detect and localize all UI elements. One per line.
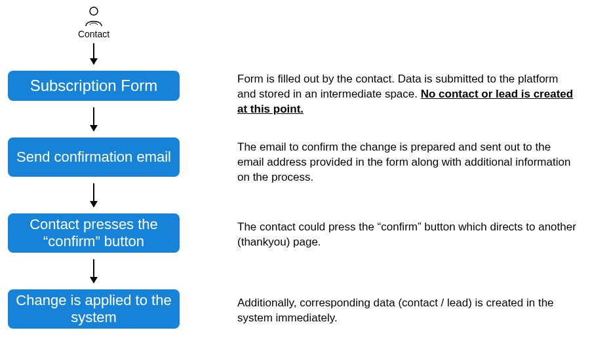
desc-text: The contact could press the “confirm” bu…: [237, 221, 576, 248]
arrow-step1-to-step2: [93, 107, 94, 131]
arrow-step2-to-step3: [93, 183, 94, 207]
step-title: Send confirmation email: [16, 149, 171, 166]
step-box-contact-presses-confirm: Contact presses the “confirm” button: [8, 213, 180, 253]
step-description-4: Additionally, corresponding data (contac…: [237, 296, 578, 326]
step-box-subscription-form: Subscription Form: [8, 71, 180, 101]
svg-point-0: [90, 7, 98, 15]
desc-text: The email to confirm the change is prepa…: [237, 141, 570, 183]
arrow-step3-to-step4: [93, 259, 94, 283]
step-box-send-confirmation-email: Send confirmation email: [8, 137, 180, 177]
step-title: Subscription Form: [30, 77, 158, 96]
contact-actor-icon: [82, 5, 106, 29]
flow-diagram: Contact Subscription Form Send confirmat…: [0, 0, 590, 364]
step-description-2: The email to confirm the change is prepa…: [237, 140, 578, 185]
contact-actor-label: Contact: [66, 29, 122, 39]
desc-text: Additionally, corresponding data (contac…: [237, 297, 554, 324]
step-box-change-applied: Change is applied to the system: [8, 289, 180, 329]
arrow-actor-to-step1: [93, 43, 94, 64]
step-title: Contact presses the “confirm” button: [14, 216, 173, 251]
step-title: Change is applied to the system: [14, 292, 173, 327]
step-description-1: Form is filled out by the contact. Data …: [237, 72, 578, 117]
step-description-3: The contact could press the “confirm” bu…: [237, 220, 578, 250]
